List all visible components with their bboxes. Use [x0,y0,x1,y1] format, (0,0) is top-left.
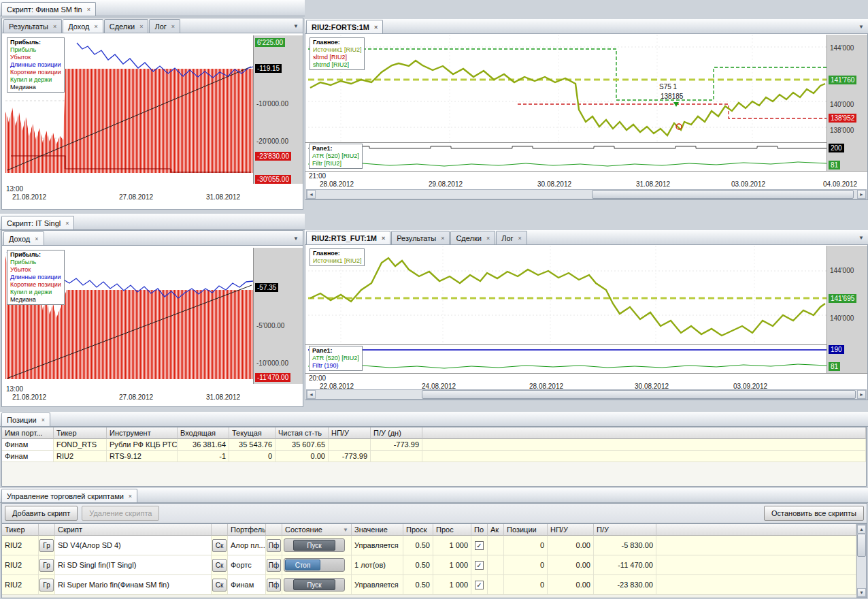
scroll-track[interactable] [857,534,866,588]
tab-close-icon[interactable]: × [486,235,490,242]
tab-riu2-forts[interactable]: RIU2:FORTS:1M× [306,20,383,33]
tab-overflow-icon[interactable]: ▼ [293,236,299,245]
run-button[interactable]: Пуск [293,579,335,590]
graph-button[interactable]: Гр [39,579,54,592]
confirm-checkbox[interactable]: ✓ [475,541,484,550]
column-header[interactable]: Текущая [229,427,276,439]
scroll-track[interactable] [316,390,857,399]
delete-script-button[interactable]: Удаление скрипта [82,506,159,521]
column-header[interactable]: Портфель [228,524,266,536]
column-header[interactable]: НП/У [329,427,371,439]
run-button[interactable]: Пуск [293,540,335,551]
scroll-thumb[interactable] [592,190,854,199]
tab-script-finam[interactable]: Скрипт: Финам SM fin × [1,2,96,16]
confirm-checkbox[interactable]: ✓ [475,561,484,570]
tab-close-icon[interactable]: × [65,220,69,227]
column-header[interactable]: Тикер [2,524,39,536]
column-header[interactable]: Значение [352,524,403,536]
portfolio-button[interactable]: Пф [267,559,281,572]
tab-close-icon[interactable]: × [441,235,444,242]
stop-button[interactable]: Стоп [285,560,320,570]
tab-dohod-2[interactable]: Доход× [3,231,44,245]
add-script-button[interactable]: Добавить скрипт [5,506,78,521]
column-header-state[interactable]: Состояние▼ [282,524,352,536]
column-header[interactable]: НП/У [548,524,594,536]
column-header[interactable]: Тикер [54,427,107,439]
scroll-right-icon[interactable]: ► [857,190,866,199]
tab-close-icon[interactable]: × [171,23,175,30]
positions-row[interactable]: Финам FOND_RTS Рубли РФ КЦБ РТС 36 381.6… [2,439,866,451]
tab-rezultaty[interactable]: Результаты× [3,19,62,33]
positions-row[interactable]: Финам RIU2 RTS-9.12 -1 0 0.00 -773.99 [2,451,866,462]
portfolio-button[interactable]: Пф [267,539,281,552]
column-header-gr[interactable] [39,524,55,536]
column-header[interactable]: Входящая [178,427,229,439]
tab-script-itsingl[interactable]: Скрипт: IT Singl × [1,216,74,229]
tab-close-icon[interactable]: × [94,23,97,30]
tab-positions[interactable]: Позиции × [1,412,50,426]
tab-sdelki-2[interactable]: Сделки× [450,231,495,244]
scroll-track[interactable] [316,190,857,199]
stop-all-scripts-button[interactable]: Остановить все скрипты [764,506,864,521]
column-header-pf[interactable] [266,524,282,536]
scroll-left-icon[interactable]: ◄ [307,190,316,199]
script-button[interactable]: Ск [212,559,227,572]
legend-item: shtrnd [RIU2] [313,61,361,69]
column-header[interactable]: Имя порт... [2,427,54,439]
portfolio-button[interactable]: Пф [267,579,281,592]
script-button[interactable]: Ск [212,539,227,552]
script-button[interactable]: Ск [212,579,227,592]
cell-netvalue: 0.00 [276,451,329,462]
column-header[interactable]: Чистая ст-ть [276,427,329,439]
scroll-up-icon[interactable]: ▲ [857,525,866,534]
tab-close-icon[interactable]: × [382,235,385,242]
tab-script-manager[interactable]: Управление торговлей скриптами × [1,489,137,502]
scroll-right-icon[interactable]: ► [857,390,866,399]
tab-close-icon[interactable]: × [518,235,522,242]
column-header[interactable]: Инструмент [107,427,178,439]
column-header[interactable]: Скрипт [55,524,212,536]
scroll-down-icon[interactable]: ▼ [857,588,866,597]
scroll-thumb[interactable] [857,534,866,557]
state-toggle[interactable]: Стоп [284,558,345,572]
column-header[interactable]: Ак [488,524,504,536]
confirm-checkbox[interactable]: ✓ [475,581,484,589]
column-header[interactable]: П/У (дн) [371,427,422,439]
tab-close-icon[interactable]: × [374,24,378,31]
manager-row[interactable]: RIU2 Гр Ri SD Singl fin(IT Singl) Ск Фор… [2,555,856,575]
tab-riu2-rtsfut[interactable]: RIU2:RTS_FUT:1M× [306,231,390,244]
tab-overflow-icon[interactable]: ▼ [858,24,864,33]
column-header[interactable]: По [471,524,488,536]
tab-close-icon[interactable]: × [87,6,90,13]
column-header[interactable]: П/У [594,524,656,536]
forts-hscrollbar[interactable]: ◄ ► [306,189,867,199]
manager-row[interactable]: RIU2 Гр SD V4(Алор SD 4) Ск Алор пл... П… [2,536,856,555]
manager-row[interactable]: RIU2 Гр Ri Super Mario fin(Финам SM fin)… [2,575,856,595]
scroll-thumb[interactable] [422,390,856,399]
x-axis-time: 13:00 [6,385,23,393]
column-header[interactable]: Прос [433,524,471,536]
scroll-left-icon[interactable]: ◄ [307,390,316,399]
column-header[interactable]: Позиции [504,524,548,536]
manager-vscrollbar[interactable]: ▲ ▼ [856,524,867,598]
state-toggle[interactable]: Пуск [284,578,345,592]
tab-close-icon[interactable]: × [35,236,38,242]
tab-close-icon[interactable]: × [53,23,56,30]
tab-log[interactable]: Лог× [149,19,180,33]
graph-button[interactable]: Гр [39,559,54,572]
tab-rezultaty-2[interactable]: Результаты× [391,231,450,244]
tab-dohod[interactable]: Доход× [63,19,103,33]
tab-log-2[interactable]: Лог× [496,231,527,244]
rtsfut-hscrollbar[interactable]: ◄ ► [306,389,867,400]
tab-close-icon[interactable]: × [139,23,143,30]
tab-close-icon[interactable]: × [41,417,45,423]
tab-overflow-icon[interactable]: ▼ [858,235,864,244]
state-toggle[interactable]: Пуск [284,538,345,552]
tab-sdelki[interactable]: Сделки× [104,19,149,33]
cell-volume: 1 000 [433,536,471,555]
column-header-sk[interactable] [212,524,228,536]
tab-overflow-icon[interactable]: ▼ [293,23,299,33]
graph-button[interactable]: Гр [39,539,54,552]
tab-close-icon[interactable]: × [129,493,132,500]
column-header[interactable]: Проск [403,524,433,536]
